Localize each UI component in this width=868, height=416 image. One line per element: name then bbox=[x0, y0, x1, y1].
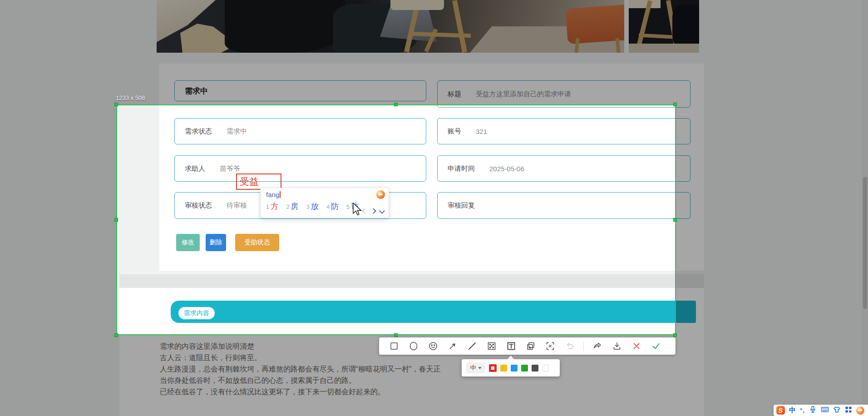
rectangle-tool-icon[interactable] bbox=[388, 340, 400, 352]
sogou-mascot-icon[interactable] bbox=[376, 190, 385, 199]
dim-overlay-left bbox=[0, 104, 116, 335]
confirm-capture-icon[interactable] bbox=[650, 340, 662, 352]
pen-tool-icon[interactable] bbox=[466, 340, 478, 352]
ime-candidate-4[interactable]: 4 防 bbox=[326, 201, 339, 212]
pin-tool-icon[interactable] bbox=[525, 340, 537, 352]
ime-text-caret bbox=[280, 191, 281, 198]
toolbar-separator bbox=[583, 341, 584, 351]
ime-popup: fang 1 方 2 房 3 放 4 防 5 访 bbox=[260, 188, 389, 218]
color-swatch-red[interactable] bbox=[489, 364, 497, 372]
selection-handle-ne[interactable] bbox=[673, 103, 677, 106]
ime-punctuation-icon[interactable]: °, bbox=[800, 407, 805, 414]
color-swatch-green[interactable] bbox=[521, 365, 528, 371]
chevron-down-icon bbox=[478, 367, 482, 369]
sogou-assistant-icon[interactable] bbox=[856, 406, 864, 415]
ime-candidate-1[interactable]: 1 方 bbox=[266, 201, 278, 212]
ime-candidate-2[interactable]: 2 房 bbox=[286, 201, 298, 212]
keyboard-icon[interactable] bbox=[821, 406, 829, 415]
ime-expand-icon[interactable] bbox=[379, 208, 385, 214]
text-annotation-value: 受益 bbox=[240, 175, 259, 188]
text-tool-icon[interactable] bbox=[505, 340, 517, 352]
ime-mode-chinese[interactable]: 中 bbox=[789, 406, 796, 415]
selection-handle-se[interactable] bbox=[673, 333, 677, 337]
selection-handle-e[interactable] bbox=[673, 218, 677, 222]
ellipse-tool-icon[interactable] bbox=[408, 340, 419, 352]
font-size-dropdown[interactable]: 中 bbox=[466, 362, 485, 373]
ime-candidate-3[interactable]: 3 放 bbox=[306, 201, 318, 212]
ime-language-bar: S 中 °, bbox=[774, 405, 868, 416]
text-style-bar: 中 bbox=[462, 359, 560, 376]
sogou-logo-icon[interactable]: S bbox=[776, 406, 785, 415]
screenshot-toolbar bbox=[379, 337, 676, 355]
selection-rectangle[interactable] bbox=[116, 104, 676, 335]
toolbox-grid-icon[interactable] bbox=[845, 406, 852, 415]
skin-shirt-icon[interactable] bbox=[833, 406, 841, 415]
mouse-cursor bbox=[352, 203, 362, 218]
ime-composition: fang bbox=[266, 191, 281, 198]
color-swatch-white[interactable] bbox=[542, 365, 549, 371]
mosaic-tool-icon[interactable] bbox=[486, 340, 498, 352]
screen: 需求中 标题 受益方这里添加自己的需求申请 需求状态 需求中 账号 321 求助… bbox=[0, 0, 868, 416]
selection-handle-nw[interactable] bbox=[114, 103, 118, 106]
dim-overlay-right bbox=[676, 104, 868, 335]
undo-tool-icon[interactable] bbox=[564, 340, 576, 352]
selection-handle-w[interactable] bbox=[114, 218, 118, 222]
microphone-icon[interactable] bbox=[809, 406, 817, 415]
emoji-tool-icon[interactable] bbox=[427, 340, 439, 352]
close-capture-icon[interactable] bbox=[631, 340, 642, 352]
share-tool-icon[interactable] bbox=[592, 340, 603, 352]
ocr-tool-icon[interactable] bbox=[544, 340, 556, 352]
arrow-tool-icon[interactable] bbox=[447, 340, 459, 352]
ime-prev-page-icon[interactable] bbox=[362, 208, 368, 214]
ime-next-page-icon[interactable] bbox=[370, 208, 376, 214]
selection-handle-n[interactable] bbox=[394, 103, 398, 106]
download-tool-icon[interactable] bbox=[611, 340, 623, 352]
selection-size-label: 1233 x 508 bbox=[116, 94, 145, 101]
color-swatch-dark[interactable] bbox=[532, 365, 538, 371]
selection-handle-s[interactable] bbox=[394, 333, 398, 337]
color-swatch-yellow[interactable] bbox=[500, 365, 507, 371]
color-swatch-blue[interactable] bbox=[511, 365, 518, 371]
dim-overlay-top bbox=[0, 0, 868, 104]
selection-handle-sw[interactable] bbox=[114, 333, 118, 337]
